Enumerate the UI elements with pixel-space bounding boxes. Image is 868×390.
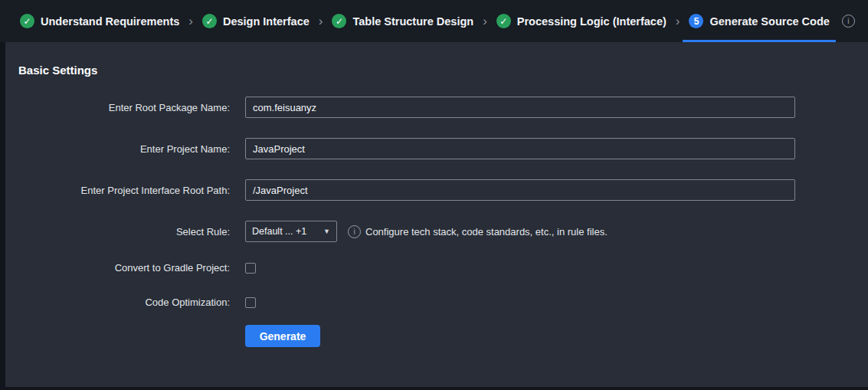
- basic-settings-panel: Basic Settings Enter Root Package Name: …: [5, 42, 868, 387]
- chevron-separator-icon: ›: [188, 15, 193, 28]
- field-label: Enter Root Package Name:: [13, 102, 245, 113]
- step-label: Understand Requirements: [41, 15, 179, 28]
- panel-title: Basic Settings: [18, 64, 860, 77]
- step-label: Design Interface: [223, 15, 310, 28]
- check-circle-icon: ✓: [20, 14, 34, 28]
- form-row-select-rule: Select Rule: Default ... +1 ▼ i Configur…: [13, 221, 860, 242]
- step-design-interface[interactable]: ✓ Design Interface: [195, 0, 317, 42]
- project-name-input[interactable]: [245, 138, 795, 159]
- form-row-project-name: Enter Project Name:: [13, 138, 860, 159]
- field-label: Select Rule:: [13, 226, 245, 238]
- stepper: ✓ Understand Requirements › ✓ Design Int…: [0, 0, 868, 42]
- form-row-interface-root-path: Enter Project Interface Root Path:: [13, 179, 860, 201]
- info-icon: i: [348, 225, 361, 238]
- field-label: Enter Project Name:: [13, 143, 245, 155]
- chevron-separator-icon: ›: [483, 15, 487, 28]
- code-optimization-checkbox[interactable]: [245, 297, 256, 308]
- rule-select-value: Default ... +1: [252, 226, 306, 237]
- rule-select[interactable]: Default ... +1 ▼: [245, 221, 337, 242]
- step-label: Processing Logic (Interface): [517, 15, 667, 28]
- step-table-structure-design[interactable]: ✓ Table Structure Design: [324, 0, 481, 42]
- check-circle-icon: ✓: [332, 14, 346, 28]
- step-processing-logic-interface[interactable]: ✓ Processing Logic (Interface): [489, 0, 674, 42]
- rule-hint-text: Configure tech stack, code standards, et…: [365, 226, 608, 238]
- rule-hint: i Configure tech stack, code standards, …: [348, 225, 608, 238]
- field-label: Enter Project Interface Root Path:: [13, 185, 245, 196]
- form-row-gradle: Convert to Gradle Project:: [13, 262, 860, 274]
- step-label: Generate Source Code: [709, 15, 829, 28]
- chevron-separator-icon: ›: [676, 15, 680, 28]
- generate-button[interactable]: Generate: [245, 325, 320, 347]
- step-number-badge: 5: [689, 14, 703, 28]
- step-label: Table Structure Design: [352, 15, 473, 28]
- field-label: Code Optimization:: [13, 297, 245, 308]
- check-circle-icon: ✓: [496, 14, 511, 28]
- convert-to-gradle-checkbox[interactable]: [245, 263, 256, 274]
- caret-down-icon: ▼: [323, 228, 330, 235]
- step-understand-requirements[interactable]: ✓ Understand Requirements: [12, 0, 187, 42]
- field-label: Convert to Gradle Project:: [13, 262, 245, 274]
- form-row-root-package: Enter Root Package Name:: [13, 97, 860, 118]
- form-row-code-optimization: Code Optimization:: [13, 297, 860, 308]
- step-info-icon[interactable]: i: [842, 15, 855, 28]
- chevron-separator-icon: ›: [319, 15, 323, 28]
- step-generate-source-code[interactable]: 5 Generate Source Code: [681, 0, 837, 42]
- check-circle-icon: ✓: [202, 14, 217, 28]
- root-package-name-input[interactable]: [245, 97, 795, 118]
- project-interface-root-path-input[interactable]: [245, 179, 795, 201]
